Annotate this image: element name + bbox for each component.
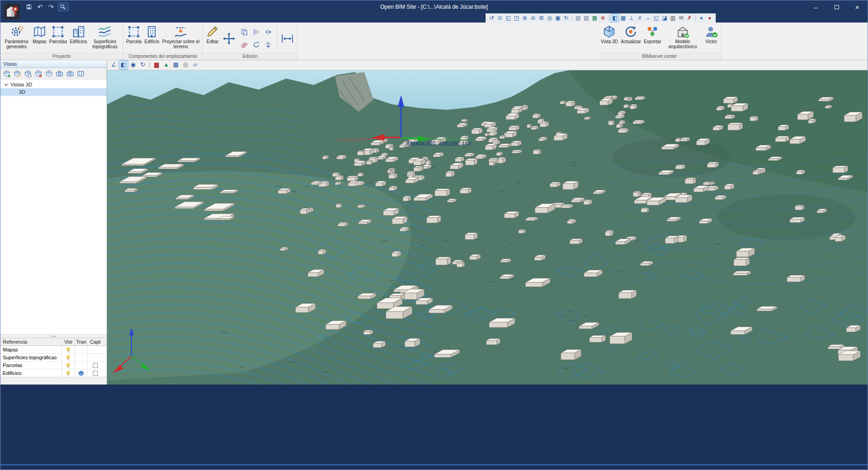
- transparency-icon[interactable]: ▨: [582, 14, 590, 22]
- panel-splitter[interactable]: • • •: [0, 334, 107, 338]
- table-row-parcelas[interactable]: Parcelas: [0, 362, 107, 369]
- edit-view-button[interactable]: [12, 69, 22, 78]
- visibility-cell[interactable]: [62, 354, 75, 361]
- edificio-button[interactable]: Edificio: [143, 23, 160, 53]
- column-header[interactable]: Visi: [62, 338, 75, 345]
- section-view-icon[interactable]: ◪: [661, 14, 668, 22]
- redraw-icon[interactable]: ↻: [562, 14, 570, 22]
- symmetry-vertical-button[interactable]: [263, 26, 274, 38]
- checkbox[interactable]: [93, 371, 98, 376]
- pan-icon[interactable]: ⊞: [537, 14, 545, 22]
- maximize-button[interactable]: [826, 0, 847, 13]
- capture-cell[interactable]: [88, 354, 103, 361]
- redo-button[interactable]: ↷: [46, 2, 56, 11]
- visibility-cell[interactable]: [62, 346, 75, 353]
- add-view-button[interactable]: [2, 69, 11, 78]
- orbit-view-icon[interactable]: ↻: [138, 61, 147, 69]
- capture-view-button[interactable]: [55, 69, 64, 78]
- vista-3d-button[interactable]: Vista 3D: [600, 23, 620, 53]
- modelo-arquitectonico-button[interactable]: Modelo arquitectónico: [662, 23, 703, 53]
- crop-view-icon[interactable]: ◱: [652, 14, 660, 22]
- tree-node-vistas-3d[interactable]: Vistas 3D: [0, 81, 107, 88]
- erase-icon: [240, 41, 248, 49]
- visibility-cell[interactable]: [62, 362, 75, 369]
- grid-visibility-icon[interactable]: ▦: [171, 61, 180, 69]
- zoom-window-icon[interactable]: ◱: [504, 14, 512, 22]
- copy-button[interactable]: [239, 26, 250, 38]
- edificios-button[interactable]: Edificios: [69, 23, 88, 53]
- notifications-icon[interactable]: ●: [706, 14, 714, 22]
- table-row-edificios[interactable]: Edificios: [0, 369, 107, 377]
- table-row-superficies[interactable]: Superficies topográficas: [0, 354, 107, 362]
- move-button[interactable]: [221, 23, 237, 53]
- section-view-button[interactable]: [44, 69, 53, 78]
- exportar-button[interactable]: Exportar: [642, 23, 662, 53]
- solid-view-icon[interactable]: ◧: [119, 61, 128, 69]
- visibility-cell[interactable]: [62, 369, 75, 377]
- orbit-icon[interactable]: ↺: [488, 14, 496, 22]
- open-views-button[interactable]: [76, 69, 85, 78]
- transparency-cell[interactable]: [75, 369, 88, 377]
- parcela-button[interactable]: Parcela: [125, 23, 143, 53]
- delete-view-button[interactable]: [34, 69, 43, 78]
- center-view-icon[interactable]: ◎: [546, 14, 554, 22]
- zoom-model-icon[interactable]: ◳: [513, 14, 520, 22]
- erase-button[interactable]: [239, 39, 250, 51]
- column-header[interactable]: Referencia: [0, 338, 62, 345]
- user-account-button[interactable]: Victor: [703, 23, 720, 53]
- parametros-generales-button[interactable]: Parámetros generales: [2, 23, 31, 53]
- column-header[interactable]: Capt: [88, 338, 103, 345]
- offset-button[interactable]: [251, 26, 262, 38]
- symmetry-horizontal-button[interactable]: [263, 39, 274, 51]
- measure-button[interactable]: [279, 23, 296, 53]
- column-header[interactable]: Tran: [75, 338, 88, 345]
- transparency-cell[interactable]: [75, 346, 88, 353]
- bimserver-connection-icon[interactable]: ●: [697, 14, 705, 22]
- cype-logo-icon[interactable]: n: [599, 14, 607, 22]
- terrain-visibility-icon[interactable]: ▲: [162, 61, 171, 69]
- materials-icon[interactable]: ▩: [591, 14, 599, 22]
- save-button[interactable]: [24, 2, 34, 11]
- protractor-icon[interactable]: ∠: [109, 61, 118, 69]
- axes-view-icon[interactable]: ⊥: [628, 14, 635, 22]
- delete-tool-icon[interactable]: ✗: [685, 14, 693, 22]
- table-row-mapas[interactable]: Mapas: [0, 346, 107, 354]
- print-icon[interactable]: ▥: [669, 14, 677, 22]
- grid-view-icon[interactable]: ▦: [619, 14, 627, 22]
- references-icon[interactable]: ▱: [191, 61, 200, 69]
- proyectar-sobre-terreno-button[interactable]: Proyectar sobre el terreno: [160, 23, 201, 53]
- comment-icon[interactable]: ✉: [677, 14, 685, 22]
- transparency-cell[interactable]: [75, 362, 88, 369]
- dims-view-icon[interactable]: ↔: [644, 14, 652, 22]
- frame-view-icon[interactable]: ▣: [554, 14, 562, 22]
- zoom-real-icon[interactable]: ⊙: [496, 14, 504, 22]
- undo-button[interactable]: ↶: [35, 2, 45, 11]
- snap-view-icon[interactable]: #: [636, 14, 644, 22]
- capture-add-button[interactable]: [65, 69, 74, 78]
- duplicate-view-button[interactable]: [23, 69, 32, 78]
- export-image-icon[interactable]: ▤: [574, 14, 582, 22]
- buildings-visibility-icon[interactable]: ▆: [152, 61, 161, 69]
- mapas-button[interactable]: Mapas: [31, 23, 48, 53]
- rotate-button[interactable]: [251, 39, 262, 51]
- parcelas-button[interactable]: Parcelas: [48, 23, 69, 53]
- superficies-topograficas-button[interactable]: Superficies topográficas: [88, 23, 121, 53]
- editar-button[interactable]: Editar: [204, 23, 221, 53]
- tree-node-3d[interactable]: 3D: [0, 88, 107, 96]
- actualizar-button[interactable]: Actualizar: [619, 23, 642, 53]
- app-logo[interactable]: [3, 2, 21, 21]
- transparency-cell[interactable]: [75, 354, 88, 361]
- labels-visibility-icon[interactable]: ◎: [181, 61, 190, 69]
- zoom-in-icon[interactable]: ⊕: [521, 14, 529, 22]
- zoom-out-icon[interactable]: ⊖: [529, 14, 537, 22]
- minimize-button[interactable]: –: [805, 0, 826, 13]
- close-button[interactable]: ×: [847, 0, 868, 13]
- capture-cell[interactable]: [88, 369, 103, 377]
- capture-cell[interactable]: [88, 346, 103, 353]
- capture-cell[interactable]: [88, 362, 103, 369]
- 3d-viewport[interactable]: 635604.920, 4393350.440: [107, 70, 868, 385]
- checkbox[interactable]: [93, 363, 98, 368]
- solid-view-icon[interactable]: ◧: [611, 14, 619, 22]
- search-button[interactable]: [57, 2, 69, 11]
- hidden-view-icon[interactable]: ◉: [129, 61, 137, 69]
